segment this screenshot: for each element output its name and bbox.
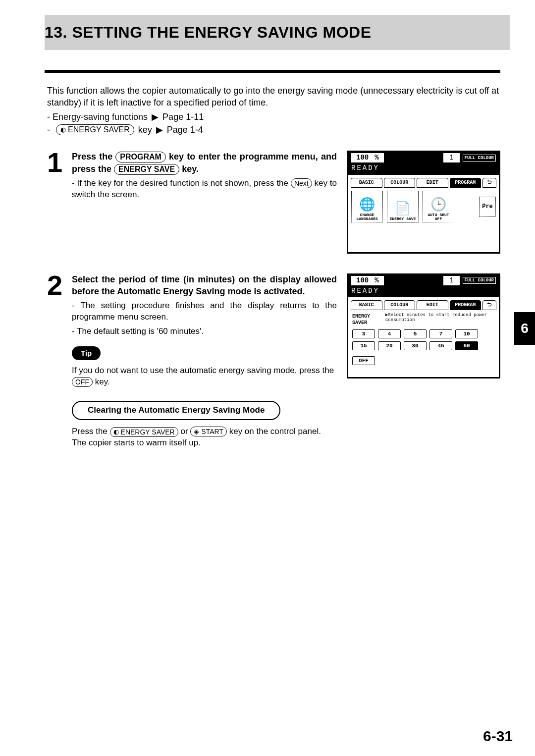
option-change-languages[interactable]: 🌐 CHANGE LANGUAGES [351,191,383,222]
ref2-page: Page 1-4 [167,124,203,136]
energy-saver-key-ref: ◐ ENERGY SAVER [56,124,134,135]
clearing-subhead: Clearing the Automatic Energy Saving Mod… [72,401,280,420]
minute-btn-45[interactable]: 45 [429,341,452,350]
energy-saver-label: ENERGY SAVER [352,313,381,326]
option-auto-shut-off[interactable]: 🕒 AUTO SHUT OFF [423,191,454,222]
step-2-bullet-1: - The setting procedure finishes and the… [72,300,337,323]
next-key: Next [291,178,312,188]
moon-icon: ◐ [60,125,66,135]
tab-program[interactable]: PROGRAM [450,300,482,310]
clearing-text: Press the ◐ ENERGY SAVER or ◈ START key … [72,426,337,449]
step-1: 1 Press the PROGRAM key to enter the pro… [47,151,500,253]
ref2-key-label: ENERGY SAVER [68,125,130,135]
tip-badge: Tip [72,346,101,360]
step-2: 2 Select the period of time (in minutes)… [47,273,500,449]
panel2-body: ENERGY SAVER ▶Select minutes to start re… [348,310,499,377]
panel1-tabs: BASIC COLOUR EDIT PROGRAM ⮌ [348,175,499,188]
minute-btn-15[interactable]: 15 [352,341,375,350]
energy-save-key: ENERGY SAVE [114,164,179,175]
tab-colour[interactable]: COLOUR [384,300,416,310]
page-number: 6-31 [483,726,513,747]
ready-label: READY [348,163,499,175]
ref1-page: Page 1-11 [162,111,204,123]
minute-btn-60[interactable]: 60 [455,341,478,350]
tab-basic[interactable]: BASIC [351,300,382,310]
clock-icon: 🕒 [430,199,446,212]
tab-edit[interactable]: EDIT [417,178,448,188]
ref-line-2: - ◐ ENERGY SAVER key ▶ Page 1-4 [47,124,500,136]
tab-colour[interactable]: COLOUR [384,178,416,188]
step-number-1: 1 [47,151,68,174]
screen-panel-2: 100 % 1 FULL COLOUR READY BASIC COLOUR E… [347,273,500,378]
ref1-text: - Energy-saving functions [47,111,148,123]
ref-line-1: - Energy-saving functions ▶ Page 1-11 [47,111,500,123]
content: 1 Press the PROGRAM key to enter the pro… [47,151,500,449]
chapter-title-text: SETTING THE ENERGY SAVING MODE [72,23,371,41]
diamond-icon: ◈ [194,427,199,436]
energy-saver-instruction: ▶Select minutes to start reduced power c… [385,313,495,326]
chapter-header: 13. SETTING THE ENERGY SAVING MODE [45,15,510,50]
minute-btn-3[interactable]: 3 [352,329,375,338]
energy-saver-key: ◐ ENERGY SAVER [110,427,178,437]
step-number-2: 2 [47,273,68,297]
moon-icon: ◐ [113,427,119,437]
panel1-status: 100 % 1 FULL COLOUR [348,152,499,163]
arrow-icon: ▶ [152,111,159,123]
step-2-heading: Select the period of time (in minutes) o… [72,273,337,298]
tab-return-icon[interactable]: ⮌ [482,300,496,310]
document-icon: 📄 [395,203,411,216]
ready-label: READY [348,286,499,298]
minute-btn-10[interactable]: 10 [455,329,478,338]
full-colour-badge: FULL COLOUR [463,277,496,284]
tab-edit[interactable]: EDIT [417,300,448,310]
minute-btn-30[interactable]: 30 [404,341,427,350]
tab-return-icon[interactable]: ⮌ [482,178,496,188]
intro-paragraph: This function allows the copier automati… [47,85,500,109]
globe-icon: 🌐 [359,199,375,212]
tab-basic[interactable]: BASIC [351,178,382,188]
minute-btn-4[interactable]: 4 [378,329,401,338]
copy-count: 1 [443,153,459,162]
arrow-icon: ▶ [156,124,163,136]
s1-h-after: key. [182,164,199,174]
s1-h-before: Press the [72,152,112,162]
program-key: PROGRAM [115,152,166,162]
pre-button[interactable]: Pre [479,197,496,216]
zoom-indicator: 100 % [351,276,384,285]
off-key: OFF [72,377,93,387]
minute-btn-off[interactable]: OFF [352,356,375,365]
panel2-tabs: BASIC COLOUR EDIT PROGRAM ⮌ [348,297,499,310]
chapter-side-tab: 6 [514,312,535,345]
minute-grid: 3457101520304560OFF [351,329,496,365]
panel2-status: 100 % 1 FULL COLOUR [348,275,499,286]
intro-block: This function allows the copier automati… [47,85,500,136]
minute-btn-7[interactable]: 7 [429,329,452,338]
tip-text: If you do not want to use the automatic … [72,365,337,388]
zoom-indicator: 100 % [351,153,384,162]
step-1-heading: Press the PROGRAM key to enter the progr… [72,151,337,175]
minute-btn-20[interactable]: 20 [378,341,401,350]
ref2-dash: - [47,124,50,136]
minute-btn-5[interactable]: 5 [404,329,427,338]
option-energy-save[interactable]: 📄 ENERGY SAVE [387,191,419,222]
ref2-suffix: key [138,124,152,136]
step-1-bullet: - If the key for the desired function is… [72,178,337,201]
start-key: ◈ START [190,427,227,436]
chapter-number: 13. [45,23,67,41]
panel1-body: 🌐 CHANGE LANGUAGES 📄 ENERGY SAVE 🕒 AUTO … [348,188,499,252]
divider [45,70,500,73]
full-colour-badge: FULL COLOUR [463,155,496,162]
step-2-bullet-2: - The default setting is '60 minutes'. [72,326,337,337]
copy-count: 1 [443,276,459,285]
tab-program[interactable]: PROGRAM [450,178,482,188]
screen-panel-1: 100 % 1 FULL COLOUR READY BASIC COLOUR E… [347,151,500,253]
